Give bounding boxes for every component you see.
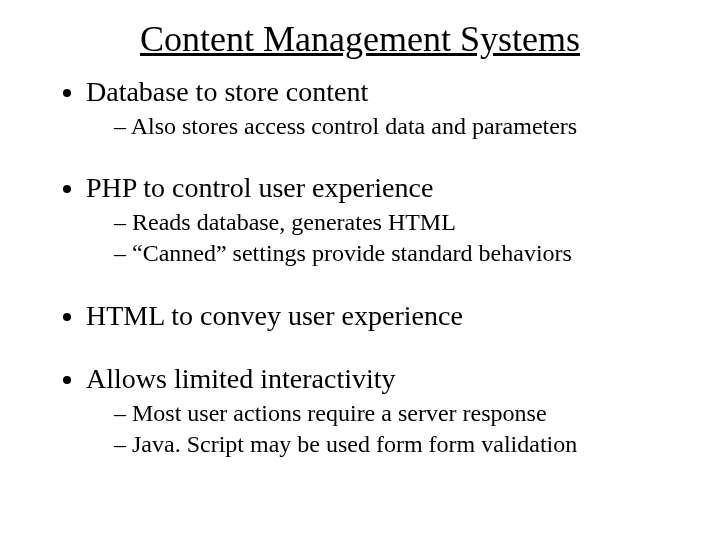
sub-item: Reads database, generates HTML [114, 207, 680, 238]
bullet-item: Database to store content Also stores ac… [86, 74, 680, 142]
bullet-text: PHP to control user experience [86, 172, 433, 203]
sub-list: Most user actions require a server respo… [86, 398, 680, 460]
bullet-item: PHP to control user experience Reads dat… [86, 170, 680, 269]
slide-title: Content Management Systems [40, 18, 680, 60]
sub-item: Java. Script may be used form form valid… [114, 429, 680, 460]
bullet-item: Allows limited interactivity Most user a… [86, 361, 680, 460]
bullet-text: HTML to convey user experience [86, 300, 463, 331]
sub-item: Also stores access control data and para… [114, 111, 680, 142]
bullet-text: Database to store content [86, 76, 368, 107]
sub-list: Reads database, generates HTML “Canned” … [86, 207, 680, 269]
slide: Content Management Systems Database to s… [0, 0, 720, 540]
sub-item: “Canned” settings provide standard behav… [114, 238, 680, 269]
bullet-item: HTML to convey user experience [86, 298, 680, 333]
bullet-text: Allows limited interactivity [86, 363, 396, 394]
sub-item: Most user actions require a server respo… [114, 398, 680, 429]
sub-list: Also stores access control data and para… [86, 111, 680, 142]
bullet-list: Database to store content Also stores ac… [40, 74, 680, 460]
